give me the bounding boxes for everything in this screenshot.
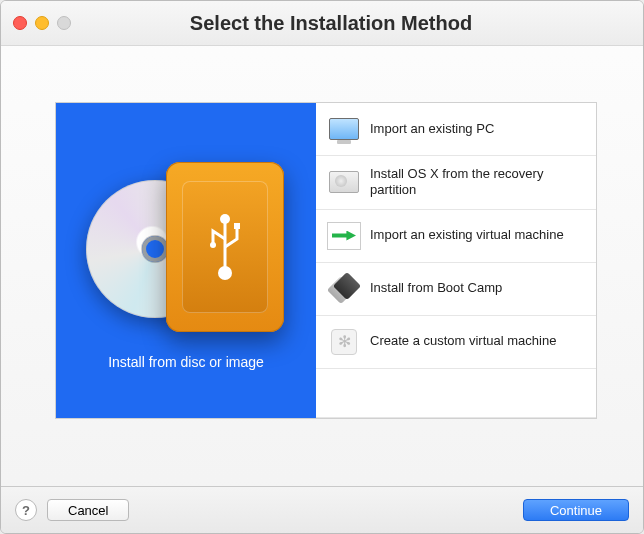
option-label: Install from Boot Camp <box>370 280 502 296</box>
option-label: Install OS X from the recovery partition <box>370 166 584 199</box>
gear-icon: ✻ <box>328 326 360 358</box>
method-panel: Install from disc or image Import an exi… <box>55 102 597 419</box>
close-window-icon[interactable] <box>13 16 27 30</box>
option-install-bootcamp[interactable]: Install from Boot Camp <box>316 263 596 316</box>
svg-point-2 <box>210 242 216 248</box>
option-install-osx-recovery[interactable]: Install OS X from the recovery partition <box>316 156 596 210</box>
page-title: Select the Installation Method <box>31 12 631 35</box>
installer-window: Select the Installation Method <box>0 0 644 534</box>
usb-icon <box>205 211 245 283</box>
option-label: Import an existing virtual machine <box>370 227 564 243</box>
svg-point-0 <box>220 214 230 224</box>
svg-rect-3 <box>234 223 240 229</box>
hard-drive-icon <box>328 166 360 198</box>
disc-usb-illustration <box>86 152 286 342</box>
option-import-vm[interactable]: Import an existing virtual machine <box>316 210 596 263</box>
svg-point-4 <box>218 266 232 280</box>
monitor-icon <box>328 113 360 145</box>
option-create-custom-vm[interactable]: ✻ Create a custom virtual machine <box>316 316 596 369</box>
bootcamp-icon <box>328 273 360 305</box>
options-spacer <box>316 369 596 419</box>
continue-button[interactable]: Continue <box>523 499 629 521</box>
selected-method-label: Install from disc or image <box>108 354 264 370</box>
method-options-list: Import an existing PC Install OS X from … <box>316 103 596 418</box>
option-label: Create a custom virtual machine <box>370 333 556 349</box>
option-import-pc[interactable]: Import an existing PC <box>316 103 596 156</box>
help-button[interactable]: ? <box>15 499 37 521</box>
content-area: Install from disc or image Import an exi… <box>1 46 643 443</box>
cancel-button[interactable]: Cancel <box>47 499 129 521</box>
option-label: Import an existing PC <box>370 121 494 137</box>
usb-card-icon <box>166 162 284 332</box>
footer-bar: ? Cancel Continue <box>1 486 643 533</box>
selected-method-hero[interactable]: Install from disc or image <box>56 103 316 418</box>
titlebar: Select the Installation Method <box>1 1 643 46</box>
import-arrow-icon <box>328 220 360 252</box>
